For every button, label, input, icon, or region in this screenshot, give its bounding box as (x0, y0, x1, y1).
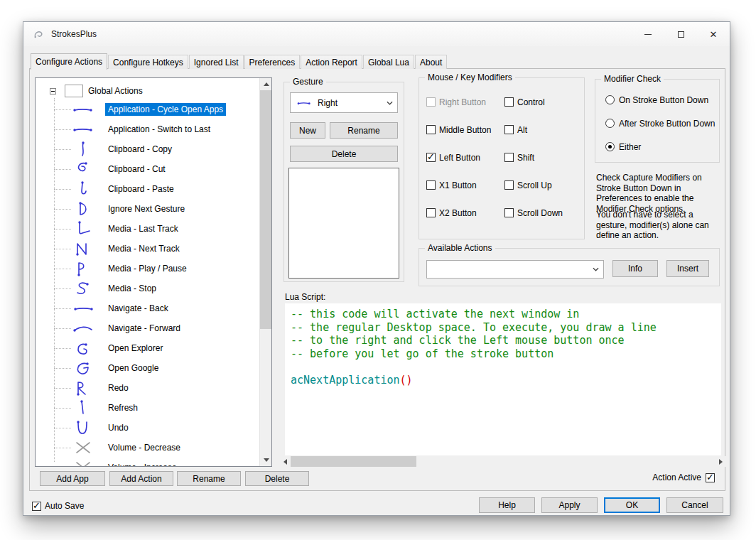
radio-either[interactable]: Either (605, 135, 719, 158)
gesture-icon (71, 459, 95, 466)
tab-action-report[interactable]: Action Report (301, 55, 362, 69)
tree-item-media-next-track[interactable]: Media - Next Track (36, 239, 259, 259)
checkbox-right-button[interactable]: Right Button (426, 88, 491, 116)
tree-item-navigate-back[interactable]: Navigate - Back (36, 298, 259, 318)
root-node-icon (65, 85, 83, 97)
checkbox-box (426, 97, 436, 107)
checkbox-box (504, 97, 514, 107)
lua-script-editor[interactable]: -- this code will activate the next wind… (285, 303, 721, 455)
cancel-button[interactable]: Cancel (666, 497, 723, 513)
help-button[interactable]: Help (479, 497, 535, 513)
delete-gesture-button[interactable]: Delete (290, 146, 398, 162)
minimize-button[interactable] (632, 22, 664, 46)
gesture-icon (71, 161, 95, 178)
tree-item-application-cycle-open-apps[interactable]: Application - Cycle Open Apps (36, 99, 259, 119)
tree-item-open-explorer[interactable]: Open Explorer (36, 338, 259, 358)
tab-ignored-list[interactable]: Ignored List (189, 55, 244, 69)
checkbox-middle-button[interactable]: Middle Button (426, 116, 491, 144)
checkbox-control[interactable]: Control (504, 88, 563, 116)
titlebar[interactable]: StrokesPlus ✕ (23, 22, 730, 46)
lua-script-label: Lua Script: (285, 292, 325, 302)
horizontal-scrollbar[interactable] (280, 456, 726, 467)
tree-item-clipboard-cut[interactable]: Clipboard - Cut (36, 159, 259, 179)
gesture-icon (71, 101, 95, 118)
checkbox-box (706, 473, 715, 482)
checkbox-box (426, 153, 436, 162)
horizontal-scrollbar-thumb[interactable] (291, 456, 416, 467)
tree-item-open-google[interactable]: Open Google (36, 358, 259, 378)
maximize-icon (678, 31, 684, 38)
tree-item-redo[interactable]: Redo (36, 378, 259, 398)
lua-comment-line: -- the regular Desktop space. To execute… (291, 321, 721, 335)
checkbox-shift[interactable]: Shift (504, 144, 563, 171)
auto-save-checkbox[interactable]: Auto Save (32, 501, 84, 511)
checkbox-left-button[interactable]: Left Button (426, 144, 491, 171)
checkbox-box (504, 153, 514, 162)
vertical-scrollbar[interactable] (259, 78, 271, 466)
scroll-down-icon[interactable] (260, 454, 272, 466)
tree-item-media-last-track[interactable]: Media - Last Track (36, 219, 259, 239)
available-actions-dropdown[interactable] (426, 260, 604, 279)
vertical-scrollbar-thumb[interactable] (260, 90, 272, 329)
tree-root-global-actions[interactable]: Global Actions (36, 82, 259, 99)
gesture-icon (71, 260, 95, 277)
tab-configure-actions[interactable]: Configure Actions (31, 53, 107, 70)
action-active-checkbox[interactable]: Action Active (652, 472, 715, 482)
tab-global-lua[interactable]: Global Lua (363, 55, 414, 69)
gesture-dropdown[interactable]: Right (290, 92, 398, 113)
modifier-check-note-secondary: You don't have to select a gesture, modi… (596, 210, 721, 241)
minimize-icon (644, 34, 652, 35)
lua-comment-line: -- this code will activate the next wind… (291, 308, 721, 321)
checkbox-box (426, 180, 436, 190)
scroll-right-icon[interactable] (716, 456, 726, 467)
tree-item-clipboard-paste[interactable]: Clipboard - Paste (36, 179, 259, 199)
tree-viewport[interactable]: Global Actions Application - Cycle Open … (36, 78, 259, 466)
radio-after-stroke-button-down[interactable]: After Stroke Button Down (605, 112, 719, 135)
tree-item-undo[interactable]: Undo (36, 418, 259, 438)
info-button[interactable]: Info (612, 260, 658, 277)
collapse-expander-icon[interactable] (50, 88, 56, 94)
tab-preferences[interactable]: Preferences (244, 55, 301, 69)
apply-button[interactable]: Apply (541, 497, 598, 513)
gesture-icon (71, 200, 95, 217)
add-action-button[interactable]: Add Action (109, 471, 173, 486)
tab-configure-hotkeys[interactable]: Configure Hotkeys (108, 55, 188, 69)
checkbox-scroll-up[interactable]: Scroll Up (504, 171, 563, 199)
tree-item-ignore-next-gesture[interactable]: Ignore Next Gesture (36, 199, 259, 219)
mouse-key-modifiers-group: Mouse / Key Modifiers Right Button Middl… (418, 77, 585, 239)
scroll-up-icon[interactable] (260, 78, 272, 90)
tree-item-application-switch-to-last[interactable]: Application - Switch to Last (36, 119, 259, 139)
gesture-icon (71, 439, 95, 456)
tree-item-clipboard-copy[interactable]: Clipboard - Copy (36, 139, 259, 159)
tab-about[interactable]: About (415, 55, 447, 69)
delete-action-button[interactable]: Delete (245, 471, 309, 486)
ok-button[interactable]: OK (604, 497, 660, 513)
checkbox-alt[interactable]: Alt (504, 116, 563, 144)
checkbox-x1-button[interactable]: X1 Button (426, 171, 491, 199)
checkbox-x2-button[interactable]: X2 Button (426, 199, 491, 227)
tree-item-media-play-pause[interactable]: Media - Play / Pause (36, 259, 259, 279)
rename-action-button[interactable]: Rename (177, 471, 241, 486)
rename-gesture-button[interactable]: Rename (330, 122, 398, 139)
tree-item-navigate-forward[interactable]: Navigate - Forward (36, 318, 259, 338)
new-gesture-button[interactable]: New (290, 122, 325, 139)
lua-call-line: acNextApplication() (291, 374, 721, 387)
radio-circle (605, 142, 615, 151)
tree-item-media-stop[interactable]: Media - Stop (36, 279, 259, 298)
scroll-left-icon[interactable] (280, 456, 291, 467)
radio-circle (605, 95, 615, 104)
gesture-icon (71, 379, 95, 396)
tree-item-refresh[interactable]: Refresh (36, 398, 259, 418)
close-button[interactable]: ✕ (697, 22, 730, 46)
gesture-icon (71, 180, 95, 198)
gesture-icon (71, 320, 95, 337)
tree-item-volume-increase[interactable]: Volume - Increase (36, 458, 259, 466)
auto-save-label: Auto Save (45, 501, 84, 511)
tree-item-volume-decrease[interactable]: Volume - Decrease (36, 438, 259, 458)
maximize-button[interactable] (664, 22, 697, 46)
add-app-button[interactable]: Add App (40, 471, 105, 486)
chevron-down-icon (593, 267, 599, 271)
radio-on-stroke-button-down[interactable]: On Stroke Button Down (605, 88, 719, 112)
checkbox-scroll-down[interactable]: Scroll Down (504, 199, 563, 227)
insert-button[interactable]: Insert (666, 260, 709, 277)
